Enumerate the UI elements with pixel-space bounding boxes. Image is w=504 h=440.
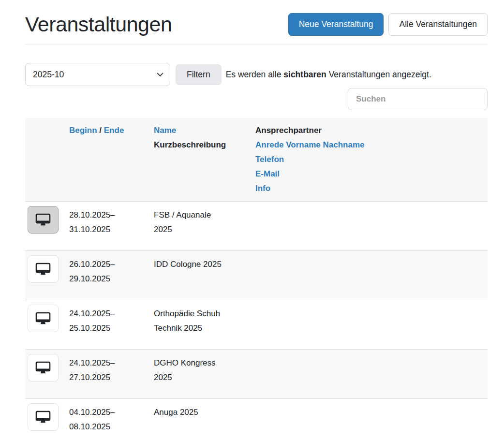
event-dates: 28.10.2025– 31.10.2025: [65, 202, 150, 251]
event-name: FSB / Aquanale 2025: [150, 202, 252, 251]
sort-ende-link[interactable]: Ende: [104, 126, 124, 135]
table-row: 24.10.2025– 27.10.2025 DGHO Kongress 202…: [25, 350, 488, 399]
contact-column-header: Ansprechpartner Anrede Vorname Nachname …: [252, 118, 488, 202]
sort-telefon-link[interactable]: Telefon: [255, 152, 484, 167]
event-display-button[interactable]: [28, 354, 59, 381]
event-display-button[interactable]: [28, 206, 59, 234]
event-display-button[interactable]: [28, 255, 59, 283]
table-row: 04.10.2025– 08.10.2025 Anuga 2025: [25, 399, 488, 440]
event-contact: [252, 251, 488, 300]
event-contact: [252, 350, 488, 399]
event-dates: 26.10.2025– 29.10.2025: [65, 251, 150, 300]
display-icon: [35, 361, 51, 374]
event-name: Anuga 2025: [150, 399, 252, 440]
event-dates: 04.10.2025– 08.10.2025: [65, 399, 150, 440]
event-display-button[interactable]: [28, 403, 59, 431]
table-row: 24.10.2025– 25.10.2025 Orthopädie Schuh …: [25, 300, 488, 350]
events-table: Beginn / Ende Name Kurzbeschreibung Ansp…: [25, 118, 488, 440]
status-text: Es werden alle sichtbaren Veranstaltunge…: [226, 70, 431, 80]
sort-name-link[interactable]: Name: [154, 123, 248, 138]
new-event-button[interactable]: Neue Veranstaltung: [288, 13, 384, 36]
page-header: Veranstaltungen Neue Veranstaltung Alle …: [25, 13, 488, 36]
table-row: 26.10.2025– 29.10.2025 IDD Cologne 2025: [25, 251, 488, 300]
sort-info-link[interactable]: Info: [255, 181, 484, 196]
display-icon: [35, 312, 51, 325]
display-icon: [35, 411, 51, 424]
sort-anrede-vorname-nachname-link[interactable]: Anrede Vorname Nachname: [255, 138, 484, 152]
all-events-button[interactable]: Alle Veranstaltungen: [388, 13, 488, 36]
sort-email-link[interactable]: E-Mail: [255, 167, 484, 181]
event-dates: 24.10.2025– 25.10.2025: [65, 300, 150, 350]
header-actions: Neue Veranstaltung Alle Veranstaltungen: [288, 13, 488, 36]
kurzbeschreibung-label: Kurzbeschreibung: [154, 138, 248, 152]
event-display-button[interactable]: [28, 305, 59, 332]
event-contact: [252, 399, 488, 440]
title-divider: [25, 44, 488, 44]
events-table-header: Beginn / Ende Name Kurzbeschreibung Ansp…: [25, 118, 488, 202]
search-bar: [25, 88, 488, 110]
table-header-row: Beginn / Ende Name Kurzbeschreibung Ansp…: [25, 118, 488, 202]
name-column-header: Name Kurzbeschreibung: [150, 118, 252, 202]
page-title: Veranstaltungen: [25, 13, 172, 36]
display-icon: [35, 213, 51, 226]
event-name: IDD Cologne 2025: [150, 251, 252, 300]
sort-beginn-link[interactable]: Beginn: [69, 126, 97, 135]
page-container: Veranstaltungen Neue Veranstaltung Alle …: [25, 0, 488, 440]
filter-button[interactable]: Filtern: [176, 64, 222, 85]
filter-bar: 2025-10 Filtern Es werden alle sichtbare…: [25, 63, 488, 86]
dates-column-header: Beginn / Ende: [65, 118, 150, 202]
ansprechpartner-label: Ansprechpartner: [255, 123, 484, 138]
event-contact: [252, 300, 488, 350]
icon-column-header: [25, 118, 65, 202]
events-table-body: 28.10.2025– 31.10.2025 FSB / Aquanale 20…: [25, 202, 488, 440]
display-icon: [35, 263, 51, 276]
month-select[interactable]: 2025-10: [25, 63, 170, 86]
month-select-wrap: 2025-10: [25, 63, 170, 86]
table-row: 28.10.2025– 31.10.2025 FSB / Aquanale 20…: [25, 202, 488, 251]
header-separator: /: [97, 126, 104, 135]
event-dates: 24.10.2025– 27.10.2025: [65, 350, 150, 399]
event-name: Orthopädie Schuh Technik 2025: [150, 300, 252, 350]
event-contact: [252, 202, 488, 251]
event-name: DGHO Kongress 2025: [150, 350, 252, 399]
search-input[interactable]: [348, 88, 488, 110]
status-text-bold: sichtbaren: [283, 70, 326, 79]
